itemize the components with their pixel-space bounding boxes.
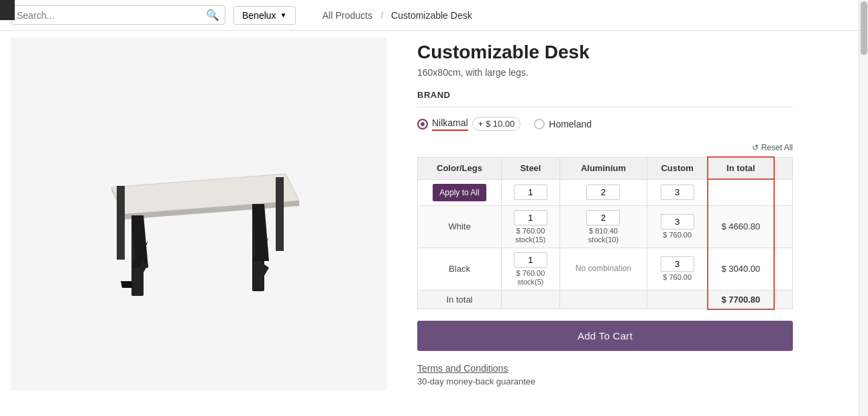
- reset-all-label: Reset All: [761, 143, 793, 152]
- apply-to-all-row: Apply to All: [418, 179, 793, 205]
- product-subtitle: 160x80cm, with large legs.: [417, 67, 793, 78]
- variants-table: Color/Legs Steel Aluminium Custom In tot…: [417, 156, 793, 310]
- white-aluminium-stock: stock(10): [565, 236, 641, 244]
- table-row-black: Black $ 760.00 stock(5) No combination $…: [418, 248, 793, 290]
- product-image-section: [11, 38, 386, 391]
- apply-custom-input[interactable]: [661, 185, 694, 200]
- reset-icon: ↺: [752, 143, 759, 152]
- search-wrapper: 🔍: [11, 5, 225, 25]
- footer-aluminium-cell: [559, 290, 647, 309]
- main-container: Customizable Desk 160x80cm, with large l…: [0, 31, 868, 397]
- footer-steel-cell: [501, 290, 559, 309]
- search-input[interactable]: [17, 10, 206, 21]
- apply-extra-cell: [774, 179, 793, 205]
- breadcrumb-all-products[interactable]: All Products: [323, 10, 373, 21]
- scrollbar-thumb: [861, 1, 867, 55]
- search-icon: 🔍: [206, 9, 219, 21]
- th-custom: Custom: [647, 157, 708, 179]
- brand-option-nilkamal[interactable]: Nilkamal + $ 10.00: [417, 117, 521, 131]
- white-custom-cell: $ 760.00: [647, 205, 708, 248]
- white-steel-price: $ 760.00: [507, 227, 554, 235]
- apply-custom-cell: [647, 179, 708, 205]
- black-steel-stock: stock(5): [507, 278, 554, 286]
- th-aluminium: Aluminium: [559, 157, 647, 179]
- footer-extra-cell: [774, 290, 793, 309]
- white-steel-cell: $ 760.00 stock(15): [501, 205, 559, 248]
- top-nav: 🔍 Benelux ▼ All Products / Customizable …: [0, 0, 868, 31]
- no-combination-label: No combination: [565, 264, 641, 274]
- black-custom-cell: $ 760.00: [647, 248, 708, 290]
- svg-marker-12: [121, 281, 133, 288]
- black-aluminium-cell: No combination: [559, 248, 647, 290]
- apply-in-total-cell: [708, 179, 773, 205]
- breadcrumb: All Products / Customizable Desk: [323, 10, 472, 21]
- reset-all-button[interactable]: ↺ Reset All: [752, 143, 793, 152]
- th-color-legs: Color/Legs: [418, 157, 502, 179]
- black-steel-cell: $ 760.00 stock(5): [501, 248, 559, 290]
- svg-rect-7: [117, 186, 125, 260]
- apply-to-all-button[interactable]: Apply to All: [433, 184, 486, 201]
- brand-name-homeland: Homeland: [549, 119, 592, 129]
- color-white-label: White: [418, 205, 502, 248]
- apply-to-all-cell: Apply to All: [418, 179, 502, 205]
- th-extra: [774, 157, 793, 179]
- region-label: Benelux: [242, 10, 276, 21]
- brand-name-nilkamal: Nilkamal: [432, 117, 468, 131]
- black-extra-cell: [774, 248, 793, 290]
- brand-option-homeland[interactable]: Homeland: [534, 119, 592, 129]
- footer-total-cell: $ 7700.80: [708, 290, 773, 309]
- region-selector[interactable]: Benelux ▼: [233, 6, 296, 25]
- th-in-total: In total: [708, 157, 773, 179]
- breadcrumb-separator: /: [380, 10, 383, 21]
- footer-label: In total: [418, 290, 502, 309]
- table-row-white: White $ 760.00 stock(15) $ 810.40 stock(…: [418, 205, 793, 248]
- white-aluminium-input[interactable]: [586, 210, 620, 225]
- apply-aluminium-input[interactable]: [586, 185, 620, 200]
- footer-custom-cell: [647, 290, 708, 309]
- svg-rect-8: [276, 177, 284, 251]
- white-steel-input[interactable]: [514, 210, 547, 225]
- apply-steel-cell: [501, 179, 559, 205]
- scrollbar[interactable]: [859, 0, 868, 397]
- money-back-guarantee: 30-day money-back guarantee: [417, 376, 793, 386]
- product-title: Customizable Desk: [417, 42, 793, 63]
- product-image: [71, 107, 326, 321]
- nilkamal-price-badge: + $ 10.00: [472, 117, 521, 131]
- black-in-total-cell: $ 3040.00: [708, 248, 773, 290]
- white-custom-price: $ 760.00: [653, 231, 702, 239]
- radio-nilkamal[interactable]: [417, 119, 428, 129]
- th-steel: Steel: [501, 157, 559, 179]
- apply-steel-input[interactable]: [514, 185, 547, 200]
- table-header-row: Color/Legs Steel Aluminium Custom In tot…: [418, 157, 793, 179]
- apply-aluminium-cell: [559, 179, 647, 205]
- white-in-total-cell: $ 4660.80: [708, 205, 773, 248]
- reset-row: ↺ Reset All: [417, 143, 793, 152]
- search-button[interactable]: 🔍: [206, 9, 219, 21]
- white-extra-cell: [774, 205, 793, 248]
- left-accent: [0, 0, 15, 20]
- white-aluminium-cell: $ 810.40 stock(10): [559, 205, 647, 248]
- black-custom-price: $ 760.00: [653, 273, 702, 281]
- radio-homeland[interactable]: [534, 119, 545, 129]
- add-to-cart-button[interactable]: Add To Cart: [417, 321, 793, 351]
- brand-label: BRAND: [417, 90, 793, 100]
- chevron-down-icon: ▼: [280, 11, 287, 19]
- breadcrumb-current: Customizable Desk: [391, 10, 472, 21]
- color-black-label: Black: [418, 248, 502, 290]
- product-details: Customizable Desk 160x80cm, with large l…: [397, 31, 813, 397]
- brand-divider: [417, 107, 793, 107]
- black-steel-input[interactable]: [514, 252, 547, 268]
- brand-options: Nilkamal + $ 10.00 Homeland: [417, 117, 793, 131]
- black-custom-input[interactable]: [661, 256, 694, 272]
- black-steel-price: $ 760.00: [507, 269, 554, 277]
- terms-link[interactable]: Terms and Conditions: [417, 363, 793, 374]
- white-aluminium-price: $ 810.40: [565, 227, 641, 235]
- table-footer-row: In total $ 7700.80: [418, 290, 793, 309]
- white-custom-input[interactable]: [661, 214, 694, 229]
- white-steel-stock: stock(15): [507, 236, 554, 244]
